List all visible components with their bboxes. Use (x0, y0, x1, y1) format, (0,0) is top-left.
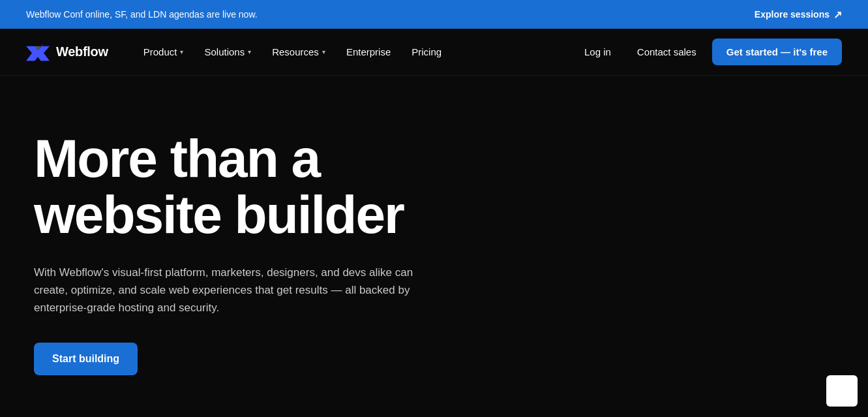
chevron-down-icon: ▾ (248, 48, 251, 55)
nav-pricing-label: Pricing (412, 46, 441, 57)
external-link-icon: ↗ (833, 8, 842, 21)
announcement-banner: Webflow Conf online, SF, and LDN agendas… (0, 0, 868, 29)
corner-widget (826, 375, 858, 407)
hero-title-line1: More than a (34, 129, 320, 188)
webflow-logo-icon (26, 43, 50, 61)
login-button[interactable]: Log in (574, 41, 621, 63)
nav-links: Product ▾ Solutions ▾ Resources ▾ Enterp… (134, 41, 574, 63)
nav-resources-label: Resources (272, 46, 319, 57)
nav-right: Log in Contact sales Get started — it's … (574, 39, 842, 65)
explore-sessions-label: Explore sessions (755, 9, 830, 20)
nav-item-resources[interactable]: Resources ▾ (263, 41, 335, 63)
hero-section: More than a website builder With Webflow… (0, 76, 868, 417)
announcement-text: Webflow Conf online, SF, and LDN agendas… (26, 9, 258, 20)
hero-title: More than a website builder (34, 131, 490, 243)
navbar: Webflow Product ▾ Solutions ▾ Resources … (0, 29, 868, 76)
nav-solutions-label: Solutions (204, 46, 245, 57)
chevron-down-icon: ▾ (322, 48, 325, 55)
start-building-button[interactable]: Start building (34, 343, 138, 375)
nav-enterprise-label: Enterprise (346, 46, 391, 57)
chevron-down-icon: ▾ (180, 48, 183, 55)
nav-item-pricing[interactable]: Pricing (402, 41, 451, 63)
nav-product-label: Product (143, 46, 177, 57)
nav-item-enterprise[interactable]: Enterprise (337, 41, 400, 63)
hero-title-line2: website builder (34, 185, 404, 244)
hero-subtitle: With Webflow's visual-first platform, ma… (34, 264, 419, 317)
nav-item-product[interactable]: Product ▾ (134, 41, 193, 63)
explore-sessions-link[interactable]: Explore sessions ↗ (755, 8, 842, 21)
get-started-button[interactable]: Get started — it's free (712, 39, 842, 65)
logo-text: Webflow (56, 44, 108, 59)
contact-sales-button[interactable]: Contact sales (627, 41, 707, 63)
logo-area[interactable]: Webflow (26, 43, 108, 61)
nav-item-solutions[interactable]: Solutions ▾ (195, 41, 260, 63)
